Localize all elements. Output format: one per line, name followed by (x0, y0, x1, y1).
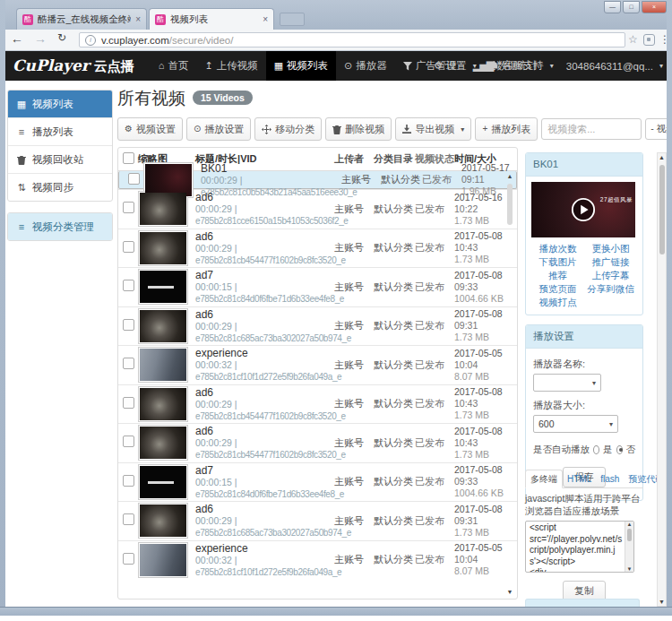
row-checkbox[interactable] (128, 173, 140, 185)
delete-video-button[interactable]: 删除视频 (325, 117, 392, 141)
video-thumbnail[interactable] (138, 386, 188, 422)
video-thumbnail[interactable] (138, 542, 188, 578)
scroll-down-icon[interactable]: ▼ (504, 589, 515, 595)
table-row[interactable]: experience00:00:32 |e785b2c81cf10f1d272e… (118, 540, 517, 580)
preview-link-2[interactable]: 更换小图 (584, 242, 637, 255)
close-button[interactable]: × (642, 1, 667, 13)
player-size-select[interactable]: 600▾ (533, 415, 618, 433)
new-tab-button[interactable] (280, 13, 305, 26)
scroll-down-icon[interactable]: ▼ (658, 599, 666, 605)
sidebar-item-recycle-bin[interactable]: 视频回收站 (8, 145, 112, 173)
table-row[interactable]: ad700:00:15 |e785b2c81c84d0f6fbe71d6b33e… (118, 462, 517, 502)
scrollbar-thumb[interactable] (507, 184, 513, 225)
nav-item-home[interactable]: ⌂首页 (151, 51, 197, 81)
video-thumbnail[interactable] (138, 425, 188, 461)
scroll-up-icon[interactable]: ▲ (504, 173, 515, 179)
play-icon[interactable] (571, 197, 596, 222)
scroll-down-icon[interactable]: ▼ (625, 566, 633, 572)
export-video-button[interactable]: 导出视频▾ (395, 117, 471, 141)
table-scrollbar[interactable]: ▲ ▼ (504, 173, 515, 595)
sidebar-item-video-list[interactable]: ▦视频列表 (8, 91, 112, 117)
embed-code-box[interactable]: <script src='//player.polyv.net/script/p… (525, 521, 634, 573)
video-settings-button[interactable]: ⚙视频设置 (117, 117, 183, 141)
address-bar[interactable]: i v.cuplayer.com/secure/video/ (79, 32, 625, 47)
video-thumbnail[interactable] (138, 347, 188, 383)
video-thumbnail[interactable] (138, 269, 188, 305)
preview-link-5[interactable]: 推荐 (531, 269, 584, 282)
sidebar-item-playlist[interactable]: ≡播放列表 (8, 117, 112, 145)
table-row[interactable]: ad600:00:29 |e785b2c81cb454477f1602b9c8f… (118, 229, 517, 268)
row-checkbox[interactable] (123, 280, 134, 291)
preview-link-9[interactable]: 视频打点 (531, 296, 584, 309)
video-thumbnail[interactable] (138, 464, 188, 500)
row-checkbox[interactable] (123, 202, 134, 213)
video-thumbnail[interactable] (138, 503, 188, 539)
preview-link-4[interactable]: 推广链接 (584, 255, 637, 269)
preview-link-7[interactable]: 预览页面 (531, 282, 584, 296)
extension-badge-icon[interactable] (643, 34, 655, 46)
scroll-up-icon[interactable]: ▲ (625, 522, 633, 527)
table-row[interactable]: experience00:00:32 |e785b2c81cf10f1d272e… (118, 345, 517, 384)
preview-link-1[interactable]: 播放次数 (531, 242, 584, 255)
video-preview[interactable]: 27超值风暴 (531, 182, 635, 237)
app-logo[interactable]: CuPlayer云点播 (13, 56, 134, 75)
table-row[interactable]: ad600:00:29 |e785b2c81cb454477f1602b9c8f… (118, 423, 517, 462)
back-icon[interactable]: ← (11, 31, 23, 46)
preview-link-6[interactable]: 上传字幕 (584, 269, 637, 282)
search-input[interactable] (541, 118, 642, 140)
bookmark-star-icon[interactable]: ☆ (628, 33, 638, 46)
scroll-up-icon[interactable]: ▲ (658, 154, 666, 160)
select-all-checkbox[interactable] (123, 152, 134, 164)
row-checkbox[interactable] (123, 358, 134, 369)
move-category-button[interactable]: 移动分类 (254, 117, 322, 141)
row-checkbox[interactable] (123, 241, 134, 253)
table-row[interactable]: ad600:00:29 |e785b2c81c685ac73ba302027a5… (118, 501, 517, 540)
tab-close-icon[interactable]: × (263, 14, 268, 24)
autoplay-no-radio[interactable] (616, 445, 623, 454)
video-thumbnail[interactable] (138, 308, 188, 344)
row-checkbox[interactable] (123, 436, 134, 447)
minimize-button[interactable]: — (604, 1, 621, 13)
row-checkbox[interactable] (123, 475, 134, 487)
code-scrollbar[interactable]: ▲ ▼ (625, 522, 633, 572)
preview-link-3[interactable]: 下载图片 (531, 255, 584, 269)
row-checkbox[interactable] (123, 397, 134, 409)
nav-item-video-list[interactable]: ▦视频列表 (266, 51, 336, 81)
table-row[interactable]: ad600:00:29 |e785b2c81cb454477f1602b9c8f… (118, 384, 517, 424)
sidebar-item-video-sync[interactable]: ⇅视频同步 (8, 173, 112, 201)
preview-link-8[interactable]: 分享到微信 (584, 282, 637, 296)
video-thumbnail[interactable] (138, 191, 188, 227)
table-row[interactable]: ad600:00:29 |e785b2c81c685ac73ba302027a5… (118, 306, 517, 346)
table-row[interactable]: ad700:00:15 |e785b2c81c84d0f6fbe71d6b33e… (118, 267, 517, 306)
autoplay-yes-radio[interactable] (593, 445, 599, 454)
browser-tab-1[interactable]: 酷 酷播云_在线视频全终端… × (16, 8, 147, 30)
row-checkbox[interactable] (123, 319, 134, 331)
refresh-icon[interactable]: ↻ (57, 31, 66, 44)
row-checkbox-cell (118, 201, 138, 217)
tab-close-icon[interactable]: × (135, 14, 141, 24)
table-row[interactable]: ad600:00:29 |e785b2c81cce6150a15b41053c5… (118, 189, 517, 229)
forward-icon[interactable]: → (34, 31, 47, 46)
maximize-button[interactable]: □ (623, 1, 640, 13)
video-thumbnail[interactable] (138, 230, 188, 266)
tab-html[interactable]: HTML (563, 470, 596, 487)
scrollbar-thumb[interactable] (627, 529, 632, 541)
page-scrollbar[interactable]: ▲ ▼ (657, 152, 667, 607)
nav-item-player[interactable]: ⊙播放器 (336, 51, 395, 81)
play-settings-button[interactable]: ⊙播放设置 (186, 117, 251, 141)
nav-right-settings[interactable]: ⚙设置▾ (434, 51, 477, 81)
nav-right-account[interactable]: 3048646311@qq...▾ (566, 51, 663, 81)
playlist-add-button[interactable]: +播放列表 (475, 117, 538, 141)
nav-item-upload-video[interactable]: ↥上传视频 (196, 51, 265, 81)
tab-multi-device[interactable]: 多终端 (525, 470, 563, 488)
page-info-icon[interactable]: i (85, 35, 96, 46)
sidebar-item-category-manage[interactable]: ≡视频分类管理 (8, 213, 112, 240)
table-row[interactable]: BK0100:00:29 |e785b2c81c0b5b43b21a45aa51… (118, 171, 517, 189)
scrollbar-thumb[interactable] (659, 165, 665, 254)
row-checkbox[interactable] (123, 553, 134, 565)
row-checkbox[interactable] (123, 513, 134, 525)
tab-flash[interactable]: flash (596, 470, 624, 487)
player-name-select[interactable]: ▾ (533, 374, 601, 392)
browser-tab-2[interactable]: 酷 视频列表 × (149, 8, 274, 30)
nav-right-support[interactable]: 客服支持▾ (489, 51, 554, 81)
